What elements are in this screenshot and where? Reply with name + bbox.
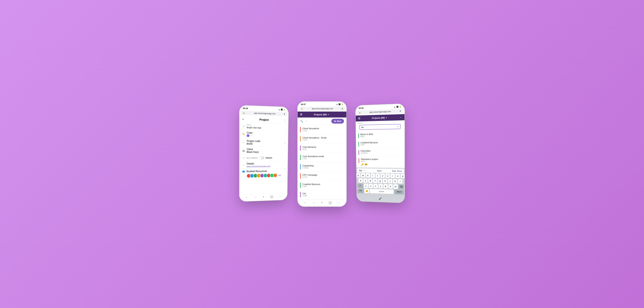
more-icon-2[interactable]: ⋮ (305, 120, 307, 123)
project-name-2: Cloud Sensations - Email (302, 137, 326, 139)
key-l[interactable]: l (398, 179, 402, 184)
key-y[interactable]: y (380, 173, 385, 178)
key-u[interactable]: u (386, 174, 390, 178)
list-item[interactable]: Crawford Barracus CB67 (298, 181, 346, 190)
key-b[interactable]: b (384, 184, 388, 189)
add-nav[interactable]: + (263, 195, 264, 198)
key-f[interactable]: f (373, 179, 377, 183)
key-s[interactable]: s (363, 178, 368, 183)
mic-icon[interactable]: 🎤 (378, 197, 382, 200)
billable-toggle[interactable] (259, 156, 264, 159)
key-g[interactable]: g (378, 179, 382, 183)
dollar-icon: $ (242, 157, 245, 159)
key-d[interactable]: d (368, 178, 372, 183)
return-key[interactable]: return (394, 190, 404, 194)
key-e[interactable]: e (366, 173, 370, 178)
list-item[interactable]: Cool Sensations email CS67 (298, 153, 346, 162)
name-label: Name (247, 124, 261, 126)
forward-nav[interactable]: → (254, 196, 257, 199)
share-icon-1[interactable]: ⬆ (284, 113, 285, 115)
add-nav-2[interactable]: + (321, 201, 322, 204)
more-nav-2[interactable]: ⋯ (338, 201, 340, 204)
new-button[interactable]: ⊕ New (331, 119, 344, 124)
key-h[interactable]: h (383, 179, 387, 183)
key-x[interactable]: x (369, 184, 373, 188)
shift-key[interactable]: ⇧ (357, 184, 363, 188)
more-button[interactable]: ⋮ (284, 119, 286, 122)
key-q[interactable]: q (356, 173, 360, 178)
key-n[interactable]: n (388, 184, 392, 189)
key-w[interactable]: w (361, 173, 365, 178)
phones-container: 16:18 ▲ ⬛ 🔋 🔒 app.resourceguruapp.com ⬆ … (240, 102, 404, 207)
close-button[interactable]: ✕ (242, 118, 244, 121)
key-p[interactable]: p (400, 174, 404, 178)
share-icon-3[interactable]: ⬆ (400, 110, 401, 112)
back-arrow-3[interactable]: ← (400, 116, 402, 119)
key-123[interactable]: 123 (357, 189, 364, 193)
browser-bar-3[interactable]: 🔒 app.resourceguruapp.com ⬆ (357, 109, 403, 115)
search-input[interactable]: Ba (361, 125, 396, 128)
suggestion-done[interactable]: Done (397, 170, 402, 172)
tabs-nav[interactable]: ⬜ (270, 195, 273, 198)
hamburger-icon-2[interactable]: ☰ (300, 113, 302, 116)
result-item-4[interactable]: Sebastian's project SP7A 🔑 💳 (356, 157, 405, 168)
key-m[interactable]: m (393, 184, 398, 189)
key-r[interactable]: r (371, 173, 375, 178)
back-nav[interactable]: ← (246, 196, 248, 199)
hash-icon: # (242, 141, 245, 144)
key-j[interactable]: j (388, 179, 392, 184)
status-icons-1: ▲ ⬛ 🔋 (278, 108, 286, 111)
key-c[interactable]: c (374, 184, 378, 188)
project-info-7: Crawford Barracus CB67 (302, 183, 320, 188)
browser-bar-1[interactable]: 🔒 app.resourceguruapp.com ⬆ (241, 111, 287, 116)
emoji-key[interactable]: 😊 (364, 189, 369, 193)
status-bar-2: 16:37 ▲ ⬛ 🔋 (298, 102, 346, 106)
result-item-3[interactable]: Fiona BAU SUPER1 (356, 148, 405, 157)
result-item-1[interactable]: Bacon is Best BB62 (356, 131, 404, 140)
share-icon-2[interactable]: ⬆ (342, 108, 343, 110)
forward-nav-2[interactable]: → (312, 201, 315, 204)
chevron-icon-2[interactable]: ▼ (328, 114, 329, 115)
browser-bar-2[interactable]: 🔒 app.resourceguruapp.com ⬆ (299, 107, 345, 111)
result-color-1 (358, 133, 359, 138)
key-z[interactable]: z (364, 184, 368, 188)
chevron-icon-3[interactable]: ▼ (386, 117, 387, 119)
billable-label: Billable (266, 157, 272, 159)
key-v[interactable]: v (378, 184, 383, 189)
key-a[interactable]: a (358, 178, 363, 183)
color-row[interactable]: ▼ (247, 134, 253, 137)
details-link[interactable]: www.resourceguruapp.com (246, 165, 270, 167)
result-info-2: Crawford Barracus CB67 (360, 141, 378, 146)
result-item-2[interactable]: Crawford Barracus CB67 (356, 139, 404, 148)
key-k[interactable]: k (393, 179, 397, 184)
key-i[interactable]: i (390, 174, 395, 178)
project-info-4: Cool Sensations email CS67 (302, 155, 324, 160)
back-nav-2[interactable]: ← (304, 201, 306, 204)
details-label: Details (246, 162, 270, 165)
result-color-2 (358, 142, 359, 147)
list-item[interactable]: Cola Moments EE31 (298, 144, 346, 153)
key-o[interactable]: o (396, 174, 400, 178)
mic-bar: 🎤 (357, 195, 404, 203)
list-item[interactable]: Copywriting CW136 (298, 162, 346, 171)
list-item[interactable]: CPC Campaign CPO7 (298, 171, 346, 181)
list-item[interactable]: Cloud Sensations - Email CS42 (298, 134, 346, 144)
project-code-7: CB67 (302, 185, 320, 188)
expand-icon[interactable]: ∨ (284, 142, 286, 144)
color-bar-6 (300, 173, 301, 179)
search-icon-2[interactable]: 🔍 (300, 120, 303, 123)
list-item[interactable]: Ctrl CX96 (298, 190, 346, 199)
booked-field-row: 👥 Booked Resources +13 (240, 168, 288, 179)
key-t[interactable]: t (376, 173, 380, 178)
hamburger-icon-3[interactable]: ☰ (358, 117, 360, 120)
more-nav[interactable]: ⋯ (279, 195, 282, 198)
lock-icon-2: 🔒 (301, 108, 303, 109)
tabs-nav-2[interactable]: ⬜ (328, 201, 332, 204)
clear-icon[interactable]: ✕ (397, 125, 399, 128)
space-key[interactable]: space (370, 189, 393, 194)
list-item[interactable]: Cloud Sensations CS32 (298, 125, 346, 134)
suggestion-back: Back (377, 170, 382, 172)
non-billable-label: Non-billable (246, 157, 258, 159)
search-input-bar[interactable]: Ba ✕ (359, 124, 401, 130)
backspace-key[interactable]: ⌫ (398, 184, 404, 189)
